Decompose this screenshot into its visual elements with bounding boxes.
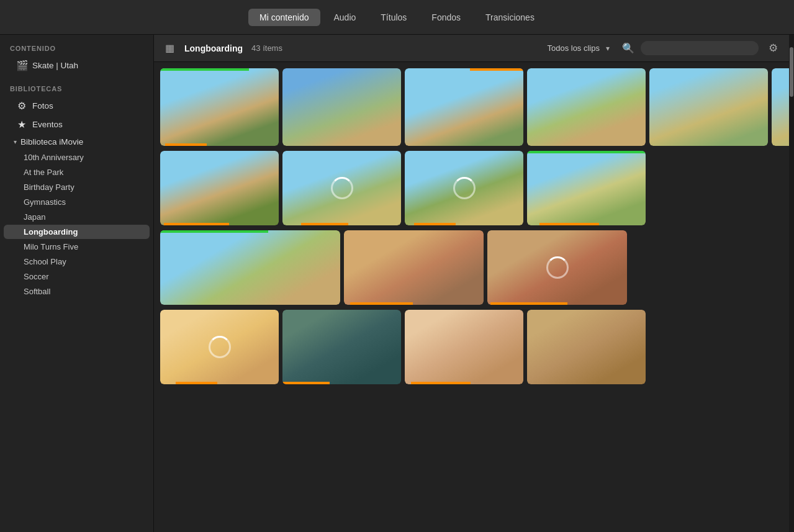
sidebar-item-milo-turns-five[interactable]: Milo Turns Five — [4, 240, 150, 254]
chevron-down-icon: ▾ — [14, 138, 17, 145]
clip-c16[interactable] — [527, 310, 646, 384]
imovie-library-row[interactable]: ▾ Biblioteca iMovie — [4, 134, 150, 150]
sidebar-sub-item-label: Soccer — [24, 272, 48, 281]
sidebar-item-birthday-party[interactable]: Birthday Party — [4, 180, 150, 194]
sidebar: CONTENIDO 🎬 Skate | Utah BIBLIOTECAS ⚙ F… — [0, 35, 154, 532]
sidebar-sub-item-label: Japan — [24, 212, 45, 222]
fotos-icon: ⚙ — [16, 100, 27, 112]
clip-c8[interactable] — [405, 151, 523, 225]
sidebar-sub-item-label: At the Park — [24, 168, 63, 177]
scrollbar-track[interactable] — [789, 35, 794, 532]
top-toolbar: Mi contenido Audio Títulos Fondos Transi… — [0, 0, 794, 35]
sidebar-item-at-the-park[interactable]: At the Park — [4, 165, 150, 179]
clip-c12[interactable] — [487, 230, 627, 305]
clip-c4[interactable] — [527, 68, 646, 146]
content-section-header: CONTENIDO — [0, 35, 153, 56]
clip-c9[interactable] — [527, 151, 646, 225]
loading-spinner-c12 — [546, 256, 569, 279]
chevron-down-icon: ▾ — [606, 44, 610, 53]
tab-my-content[interactable]: Mi contenido — [248, 9, 320, 26]
loading-spinner-c7 — [331, 177, 353, 199]
loading-spinner-c13 — [209, 336, 231, 358]
sidebar-sub-item-label: Longboarding — [24, 227, 78, 237]
libraries-section-header: BIBLIOTECAS — [0, 75, 153, 96]
sidebar-sub-item-label: Softball — [24, 287, 50, 296]
clip-c5b[interactable] — [772, 68, 789, 146]
loading-spinner-c8 — [453, 177, 476, 199]
library-title: Longboarding — [184, 43, 243, 53]
settings-button[interactable]: ⚙ — [765, 39, 782, 57]
search-input[interactable] — [641, 41, 759, 55]
clips-grid — [154, 62, 789, 532]
filter-label: Todos los clips — [547, 43, 600, 53]
sidebar-item-skate-utah[interactable]: 🎬 Skate | Utah — [4, 56, 150, 74]
tab-transitions[interactable]: Transiciones — [474, 9, 546, 26]
sidebar-item-label: Skate | Utah — [32, 61, 78, 70]
scrollbar-thumb[interactable] — [790, 47, 793, 97]
clip-row-3 — [160, 310, 783, 384]
clip-c15[interactable] — [405, 310, 523, 384]
clip-c1[interactable] — [160, 68, 279, 146]
sidebar-item-eventos[interactable]: ★ Eventos — [4, 115, 150, 133]
main-panel: ▦ Longboarding 43 ítems Todos los clips … — [154, 35, 789, 532]
sidebar-sub-item-label: 10th Anniversary — [24, 153, 84, 162]
clip-c11[interactable] — [344, 230, 484, 305]
clip-c5[interactable] — [649, 68, 768, 146]
sidebar-item-10th-anniversary[interactable]: 10th Anniversary — [4, 150, 150, 165]
clip-row-2 — [160, 230, 783, 305]
sidebar-item-soccer[interactable]: Soccer — [4, 269, 150, 284]
tab-backgrounds[interactable]: Fondos — [420, 9, 472, 26]
sidebar-sub-item-label: Gymnastics — [24, 197, 66, 207]
film-icon: 🎬 — [16, 60, 27, 71]
sidebar-item-gymnastics[interactable]: Gymnastics — [4, 195, 150, 209]
sidebar-sub-item-label: Birthday Party — [24, 183, 74, 192]
sidebar-sub-item-label: School Play — [24, 257, 66, 266]
eventos-icon: ★ — [16, 119, 27, 130]
clip-c13[interactable] — [160, 310, 279, 384]
clip-c3[interactable] — [405, 68, 523, 146]
search-icon: 🔍 — [622, 42, 634, 54]
sub-toolbar: ▦ Longboarding 43 ítems Todos los clips … — [154, 35, 789, 62]
sidebar-item-fotos[interactable]: ⚙ Fotos — [4, 97, 150, 115]
sidebar-item-school-play[interactable]: School Play — [4, 255, 150, 269]
sidebar-item-japan[interactable]: Japan — [4, 210, 150, 224]
clip-c2[interactable] — [282, 68, 401, 146]
sidebar-item-label: Eventos — [32, 120, 63, 129]
sidebar-sub-item-label: Milo Turns Five — [24, 242, 78, 251]
clip-row-0 — [160, 68, 783, 146]
clip-c7[interactable] — [282, 151, 401, 225]
sidebar-item-softball[interactable]: Softball — [4, 284, 150, 299]
clip-c6[interactable] — [160, 151, 279, 225]
tab-titles[interactable]: Títulos — [369, 9, 418, 26]
clip-c14[interactable] — [282, 310, 401, 384]
imovie-library-label: Biblioteca iMovie — [20, 137, 83, 147]
content-area: CONTENIDO 🎬 Skate | Utah BIBLIOTECAS ⚙ F… — [0, 35, 794, 532]
item-count: 43 ítems — [251, 43, 282, 53]
sidebar-item-longboarding[interactable]: Longboarding — [4, 225, 150, 239]
tab-audio[interactable]: Audio — [323, 9, 368, 26]
layout-toggle-button[interactable]: ▦ — [161, 40, 178, 56]
clip-c10[interactable] — [160, 230, 340, 305]
clip-row-1 — [160, 151, 783, 225]
sidebar-item-label: Fotos — [32, 101, 53, 110]
